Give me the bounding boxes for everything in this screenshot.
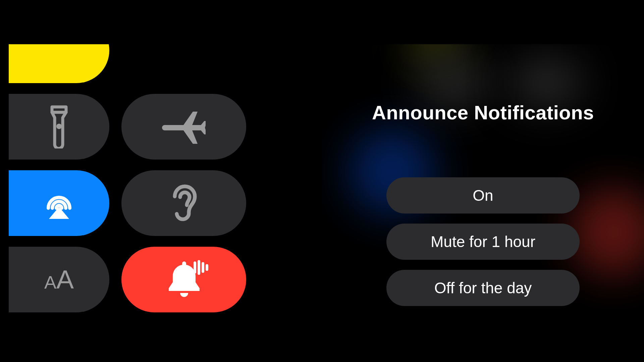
option-label: On (473, 186, 493, 204)
bell-sound-icon (159, 259, 209, 300)
svg-point-1 (56, 124, 62, 129)
tile-announce-notifications[interactable] (9, 170, 109, 236)
text-size-icon: AA (44, 264, 74, 295)
tile-flashlight[interactable] (9, 94, 109, 160)
option-on[interactable]: On (386, 177, 580, 214)
option-label: Mute for 1 hour (431, 233, 535, 251)
flashlight-icon (47, 105, 71, 148)
control-center: AA (0, 44, 322, 318)
sheet-title: Announce Notifications (372, 101, 594, 124)
option-mute-1h[interactable]: Mute for 1 hour (386, 224, 580, 260)
tile-text-size[interactable]: AA (9, 247, 109, 312)
siri-announce-icon (39, 185, 79, 222)
tile-airplane-mode[interactable] (121, 94, 246, 160)
airplane-icon (162, 108, 206, 145)
option-off-day[interactable]: Off for the day (386, 270, 580, 306)
option-label: Off for the day (434, 279, 532, 297)
announce-sheet: Announce Notifications On Mute for 1 hou… (322, 44, 644, 318)
tile-announce-alerts[interactable] (121, 247, 246, 312)
ear-icon (169, 183, 199, 223)
tile-hearing[interactable] (121, 170, 246, 236)
